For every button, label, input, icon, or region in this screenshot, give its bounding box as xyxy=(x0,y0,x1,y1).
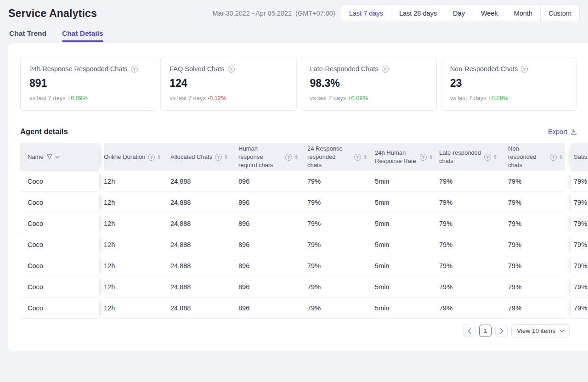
cell-satisfaction: 79% xyxy=(571,192,588,213)
column-header-non-responded: Non-responded chats ? xyxy=(508,143,565,171)
sort-icon[interactable] xyxy=(295,155,298,159)
cell-human-rate: 5min xyxy=(375,276,439,298)
column-header-24h-human-response-rate: 24h Human Response Rate ? xyxy=(375,143,439,171)
cell-late-responded: 79% xyxy=(439,192,508,213)
cell-allocated-chats: 24,888 xyxy=(170,171,238,192)
cell-non-responded: 79% xyxy=(508,213,565,234)
cell-late-responded: 79% xyxy=(439,171,508,192)
cell-non-responded: 79% xyxy=(508,276,565,298)
page-size-select[interactable]: View 10 items xyxy=(511,324,570,337)
pinned-column-gap xyxy=(565,255,571,276)
cell-human-required: 896 xyxy=(238,276,307,298)
sort-icon[interactable] xyxy=(560,155,562,159)
cell-allocated-chats: 24,888 xyxy=(170,213,238,234)
agent-table: Name Online Duration ? xyxy=(20,143,588,319)
help-icon[interactable]: ? xyxy=(382,66,389,73)
sort-icon[interactable] xyxy=(225,155,227,159)
pinned-column-gap xyxy=(565,298,571,319)
pinned-column-gap xyxy=(565,192,571,213)
stat-card-compare: vs last 7 days +0.09% xyxy=(310,95,428,101)
table-row: Coco 12h 24,888 896 79% 5min 79% 79% 79% xyxy=(20,276,588,298)
pinned-column-gap xyxy=(99,213,104,234)
help-icon[interactable]: ? xyxy=(484,154,491,161)
stat-card-label: Non-Responded Chats xyxy=(450,65,518,73)
stat-card-delta: -0.12% xyxy=(208,95,226,101)
range-button-last-28-days[interactable]: Last 28 days xyxy=(391,5,445,22)
stat-card-24h-responded: 24h Response Responded Chats ? 891 vs la… xyxy=(20,57,156,111)
help-icon[interactable]: ? xyxy=(354,154,361,161)
help-icon[interactable]: ? xyxy=(550,154,557,161)
cell-human-required: 896 xyxy=(238,255,307,276)
download-icon xyxy=(571,129,577,135)
stat-card-delta: +0.09% xyxy=(67,95,87,101)
help-icon[interactable]: ? xyxy=(215,154,222,161)
stat-card-compare: vs last 7 days +0.09% xyxy=(29,95,147,101)
cell-24-responded: 79% xyxy=(307,213,375,234)
cell-human-rate: 5min xyxy=(375,192,439,213)
range-button-last-7-days[interactable]: Last 7 days xyxy=(341,5,391,22)
sort-icon[interactable] xyxy=(494,155,497,159)
cell-human-rate: 5min xyxy=(375,255,439,276)
cell-human-rate: 5min xyxy=(375,234,439,255)
tab-chat-details[interactable]: Chat Details xyxy=(62,29,103,43)
cell-non-responded: 79% xyxy=(508,192,565,213)
export-button[interactable]: Export xyxy=(548,128,577,135)
stat-card-late-responded: Late-Responded Chats ? 98.3% vs last 7 d… xyxy=(301,57,437,111)
cell-human-required: 896 xyxy=(238,171,307,192)
help-icon[interactable]: ? xyxy=(521,66,528,73)
agent-details-title: Agent details xyxy=(20,127,68,136)
help-icon[interactable]: ? xyxy=(285,154,292,161)
table-row: Coco 12h 24,888 896 79% 5min 79% 79% 79% xyxy=(20,213,588,234)
pinned-column-gap xyxy=(99,298,104,319)
chevron-down-icon[interactable] xyxy=(55,156,60,158)
cell-human-required: 896 xyxy=(238,192,307,213)
stat-card-value: 98.3% xyxy=(310,77,428,90)
sort-icon[interactable] xyxy=(158,155,160,159)
column-header-satisfaction: Satis xyxy=(571,143,588,171)
prev-page-button[interactable] xyxy=(463,325,475,337)
pinned-column-gap xyxy=(99,234,104,255)
date-range-button-group: Last 7 days Last 28 days Day Week Month … xyxy=(341,5,580,22)
stat-card-delta: +0.09% xyxy=(488,95,508,101)
range-button-week[interactable]: Week xyxy=(473,5,506,22)
cell-online-duration: 12h xyxy=(104,276,170,298)
cell-late-responded: 79% xyxy=(439,255,508,276)
column-header-name: Name xyxy=(20,143,99,171)
chevron-right-icon xyxy=(500,328,503,334)
help-icon[interactable]: ? xyxy=(131,66,138,73)
date-range-text: Mar 30,2022 - Apr 05,2022 xyxy=(213,10,292,17)
stat-card-delta: +0.09% xyxy=(348,95,368,101)
stat-card-compare: vs last 7 days +0.09% xyxy=(450,95,568,101)
cell-allocated-chats: 24,888 xyxy=(170,192,238,213)
range-button-custom[interactable]: Custom xyxy=(540,5,579,22)
cell-name: Coco xyxy=(20,213,99,234)
sort-icon[interactable] xyxy=(430,155,432,159)
tab-chat-trend[interactable]: Chat Trend xyxy=(9,29,46,43)
stat-card-value: 891 xyxy=(29,77,147,90)
pinned-column-gap xyxy=(565,143,571,171)
sort-icon[interactable] xyxy=(364,155,367,159)
column-header-human-response-required: Human response requird chats ? xyxy=(238,143,307,171)
page-title: Service Analytics xyxy=(8,7,97,20)
cell-name: Coco xyxy=(20,192,99,213)
table-row: Coco 12h 24,888 896 79% 5min 79% 79% 79% xyxy=(20,234,588,255)
next-page-button[interactable] xyxy=(495,325,508,337)
table-row: Coco 12h 24,888 896 79% 5min 79% 79% 79% xyxy=(20,192,588,213)
cell-allocated-chats: 24,888 xyxy=(170,298,238,319)
cell-allocated-chats: 24,888 xyxy=(170,234,238,255)
cell-non-responded: 79% xyxy=(508,234,565,255)
cell-name: Coco xyxy=(20,298,99,319)
date-range: Mar 30,2022 - Apr 05,2022 (GMT+07:00) xyxy=(213,10,335,17)
stat-card-faq-solved: FAQ Solved Chats ? 124 vs last 7 days -0… xyxy=(160,57,296,111)
tab-bar: Chat Trend Chat Details xyxy=(0,29,588,43)
help-icon[interactable]: ? xyxy=(148,154,155,161)
cell-human-rate: 5min xyxy=(375,213,439,234)
cell-name: Coco xyxy=(20,255,99,276)
filter-icon[interactable] xyxy=(46,154,52,160)
range-button-month[interactable]: Month xyxy=(506,5,540,22)
help-icon[interactable]: ? xyxy=(228,66,235,73)
help-icon[interactable]: ? xyxy=(420,154,427,161)
page-number-1[interactable]: 1 xyxy=(479,325,492,337)
cell-24-responded: 79% xyxy=(307,298,375,319)
range-button-day[interactable]: Day xyxy=(445,5,473,22)
